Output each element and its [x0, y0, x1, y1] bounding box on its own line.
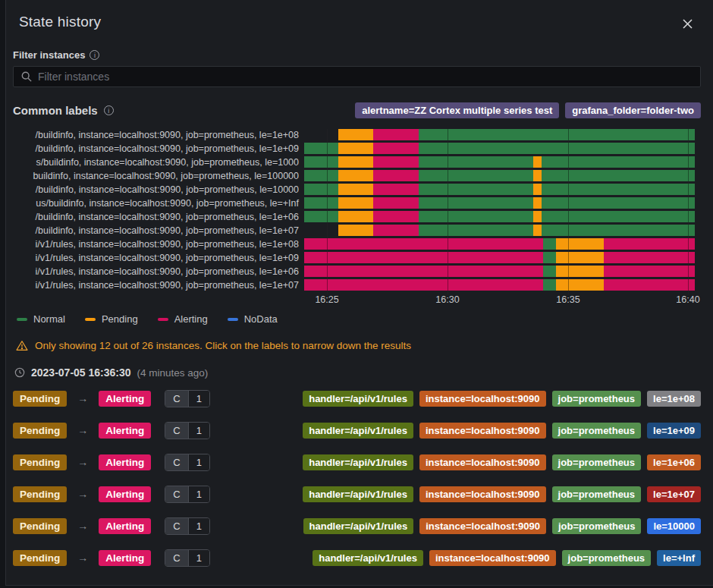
timeline-segment-pending[interactable]: [338, 211, 373, 222]
timeline-bar[interactable]: [304, 238, 695, 250]
timeline-segment-normal[interactable]: [419, 156, 533, 168]
timeline-bar[interactable]: [304, 170, 695, 181]
timeline-segment-normal[interactable]: [542, 225, 695, 236]
timeline-segment-alerting[interactable]: [373, 211, 419, 222]
label-chip[interactable]: job=prometheus: [552, 486, 642, 502]
timeline-bar[interactable]: [304, 184, 695, 195]
timeline-segment-alerting[interactable]: [373, 170, 419, 181]
timeline-segment-normal[interactable]: [304, 156, 338, 168]
timeline-segment-pending[interactable]: [338, 225, 373, 236]
timeline-segment-normal[interactable]: [419, 170, 533, 181]
timeline-segment-pending[interactable]: [556, 279, 604, 291]
timeline-bar[interactable]: [304, 211, 695, 222]
label-chip[interactable]: le=1e+08: [647, 391, 701, 407]
label-chip[interactable]: handler=/api/v1/rules: [313, 550, 423, 566]
timeline-segment-normal[interactable]: [419, 197, 533, 209]
timeline-segment-normal[interactable]: [542, 197, 695, 209]
label-chip[interactable]: handler=/api/v1/rules: [303, 454, 413, 470]
timeline-segment-alerting[interactable]: [373, 197, 419, 209]
timeline-segment-alerting[interactable]: [604, 279, 695, 291]
timeline-segment-pending[interactable]: [533, 184, 542, 195]
timeline-segment-normal[interactable]: [542, 156, 695, 168]
timeline-segment-alerting[interactable]: [604, 252, 695, 263]
timeline-segment-alerting[interactable]: [373, 225, 419, 236]
timeline-bar[interactable]: [304, 266, 695, 277]
timeline-bar[interactable]: [304, 143, 695, 154]
timeline-segment-pending[interactable]: [556, 266, 604, 277]
legend-item-pending[interactable]: Pending: [85, 313, 138, 325]
label-chip[interactable]: handler=/api/v1/rules: [303, 486, 413, 502]
timeline-segment-normal[interactable]: [419, 143, 695, 154]
label-chip[interactable]: job=prometheus: [562, 550, 652, 566]
timeline-segment-pending[interactable]: [338, 156, 373, 168]
label-chip[interactable]: handler=/api/v1/rules: [303, 423, 413, 439]
timeline-segment-alerting[interactable]: [604, 238, 695, 250]
timeline-segment-alerting[interactable]: [304, 252, 543, 263]
timeline-bar[interactable]: [304, 197, 695, 209]
timeline-segment-normal[interactable]: [419, 184, 533, 195]
label-chip[interactable]: instance=localhost:9090: [419, 518, 546, 534]
timeline-segment-normal[interactable]: [304, 143, 338, 154]
timeline-segment-alerting[interactable]: [604, 266, 695, 277]
timeline-segment-pending[interactable]: [338, 143, 373, 154]
label-chip[interactable]: instance=localhost:9090: [429, 550, 556, 566]
label-chip[interactable]: instance=localhost:9090: [419, 423, 546, 439]
label-chip[interactable]: le=10000: [647, 518, 701, 534]
label-chip[interactable]: le=1e+09: [647, 423, 701, 439]
timeline-segment-pending[interactable]: [338, 197, 373, 209]
label-chip[interactable]: handler=/api/v1/rules: [303, 518, 414, 534]
timeline-segment-normal[interactable]: [542, 170, 695, 181]
timeline-segment-pending[interactable]: [338, 129, 373, 140]
label-chip[interactable]: job=prometheus: [552, 454, 642, 470]
timeline-segment-normal[interactable]: [543, 238, 556, 250]
timeline-segment-pending[interactable]: [556, 252, 604, 263]
timeline-segment-alerting[interactable]: [304, 238, 543, 250]
timeline-segment-alerting[interactable]: [304, 266, 543, 277]
timeline-segment-normal[interactable]: [543, 279, 556, 291]
label-chip[interactable]: job=prometheus: [552, 423, 642, 439]
timeline-segment-normal[interactable]: [304, 211, 338, 222]
timeline-segment-normal[interactable]: [419, 225, 533, 236]
timeline-segment-normal[interactable]: [543, 266, 556, 277]
timeline-segment-pending[interactable]: [533, 225, 542, 236]
timeline-bar[interactable]: [304, 279, 695, 291]
timeline-segment-normal[interactable]: [419, 211, 533, 222]
timeline-segment-alerting[interactable]: [373, 129, 419, 140]
timeline-segment-pending[interactable]: [338, 184, 373, 195]
timeline-segment-alerting[interactable]: [373, 156, 419, 168]
timeline-segment-normal[interactable]: [542, 184, 695, 195]
timeline-segment-pending[interactable]: [338, 170, 373, 181]
timeline-segment-normal[interactable]: [542, 211, 695, 222]
label-chip[interactable]: handler=/api/v1/rules: [303, 391, 413, 407]
timeline-segment-normal[interactable]: [419, 129, 695, 140]
timeline-segment-pending[interactable]: [533, 211, 542, 222]
close-button[interactable]: [679, 15, 696, 33]
timeline-segment-normal[interactable]: [304, 197, 338, 209]
timeline-segment-alerting[interactable]: [304, 279, 543, 291]
timeline-bar[interactable]: [304, 252, 695, 263]
timeline-segment-pending[interactable]: [533, 156, 542, 168]
timeline-segment-pending[interactable]: [533, 170, 542, 181]
label-chip[interactable]: job=prometheus: [552, 391, 642, 407]
timeline-segment-pending[interactable]: [533, 197, 542, 209]
legend-item-nodata[interactable]: NoData: [228, 313, 278, 325]
info-icon[interactable]: i: [104, 105, 114, 115]
filter-instances-input[interactable]: [38, 71, 693, 83]
label-chip[interactable]: job=prometheus: [552, 518, 642, 534]
legend-item-alerting[interactable]: Alerting: [158, 313, 208, 325]
timeline-bar[interactable]: [304, 129, 695, 140]
label-chip[interactable]: le=1e+07: [647, 486, 701, 502]
timeline-segment-normal[interactable]: [304, 184, 338, 195]
timeline-segment-pending[interactable]: [556, 238, 604, 250]
label-chip[interactable]: instance=localhost:9090: [419, 391, 546, 407]
timeline-bar[interactable]: [304, 225, 695, 236]
timeline-segment-normal[interactable]: [304, 170, 338, 181]
legend-item-normal[interactable]: Normal: [17, 313, 65, 325]
label-badge-alertname[interactable]: alertname=ZZ Cortex multiple series test: [355, 102, 559, 118]
timeline-segment-alerting[interactable]: [373, 184, 419, 195]
label-chip[interactable]: instance=localhost:9090: [419, 454, 546, 470]
info-icon[interactable]: i: [90, 50, 99, 60]
label-chip[interactable]: le=1e+06: [647, 454, 701, 470]
label-chip[interactable]: le=+Inf: [657, 550, 701, 566]
timeline-segment-normal[interactable]: [543, 252, 556, 263]
